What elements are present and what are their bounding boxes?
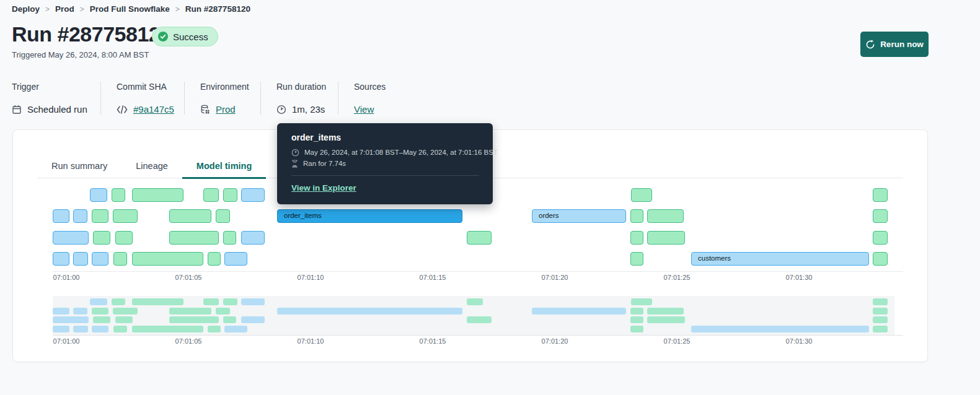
gantt-bar[interactable] [647,231,685,245]
meta-column-sources: SourcesView [338,82,400,115]
gantt-bar[interactable] [53,209,69,223]
meta-value-commit-sha[interactable]: #9a147c5 [133,104,174,115]
gantt-bar[interactable] [73,209,87,223]
tab-run-summary[interactable]: Run summary [37,155,121,178]
gantt-bar[interactable] [630,209,643,223]
tooltip-model-name: order_items [291,132,479,142]
meta-label: Trigger [12,82,100,92]
tooltip-duration: Ran for 7.74s [303,158,346,168]
rerun-now-button[interactable]: Rerun now [860,32,929,57]
gantt-bar[interactable] [873,252,888,266]
check-circle-icon [158,32,168,41]
gantt-bar[interactable] [873,188,888,202]
meta-column-commit-sha: Commit SHA#9a147c5 [101,82,185,115]
gantt-bar[interactable] [647,209,684,223]
gantt-bar[interactable] [208,252,221,266]
gantt-bar[interactable] [223,231,236,245]
meta-value-environment[interactable]: Prod [216,104,236,115]
gantt-bar[interactable] [873,231,888,245]
page-title: Run #287758120 [12,22,172,46]
clock-icon [291,149,299,157]
refresh-icon [865,40,875,50]
gantt-bar[interactable] [203,188,219,202]
status-badge-label: Success [173,32,208,42]
tooltip-time-range: May 26, 2024, at 7:01:08 BST–May 26, 202… [304,147,498,157]
gantt-bar[interactable] [53,252,69,266]
gantt-bar[interactable] [630,231,643,245]
gantt-bar[interactable] [467,231,492,245]
gantt-bar[interactable] [73,252,88,266]
tab-model-timing[interactable]: Model timing [182,155,266,179]
gantt-bar[interactable] [132,252,203,266]
meta-label: Run duration [276,82,338,92]
gantt-bar[interactable] [873,209,888,223]
breadcrumb-item[interactable]: Deploy [12,4,40,14]
breadcrumb-separator: > [80,5,84,14]
breadcrumb-item[interactable]: Prod [55,4,74,14]
gantt-bar[interactable] [631,188,652,202]
gantt-bar[interactable] [132,188,183,202]
meta-column-run-duration: Run duration1m, 23s [261,82,338,115]
gantt-bar[interactable] [169,231,219,245]
gantt-bar[interactable] [93,231,110,245]
gantt-bar[interactable] [224,252,247,266]
gantt-bar[interactable] [90,188,107,202]
meta-value-run-duration: 1m, 23s [292,104,325,115]
gantt-bar[interactable] [241,188,265,202]
meta-label: Sources [354,82,400,92]
calendar-icon [12,105,22,115]
meta-value-trigger: Scheduled run [27,104,87,115]
tooltip-divider [291,175,479,176]
gantt-bar[interactable] [92,209,108,223]
run-meta-row: TriggerScheduled runCommit SHA#9a147c5En… [12,82,400,115]
meta-value-sources[interactable]: View [354,104,374,115]
run-detail-page: Deploy>Prod>Prod Full Snowflake>Run #287… [0,0,980,395]
gantt-bar[interactable] [92,252,108,266]
status-badge: Success [152,27,218,46]
gantt-bar[interactable] [169,209,211,223]
tab-lineage[interactable]: Lineage [121,155,182,178]
gantt-bar[interactable] [113,209,138,223]
meta-column-environment: EnvironmentProd [185,82,261,115]
gantt-bar[interactable] [223,188,237,202]
gantt-bar[interactable] [241,231,265,245]
breadcrumb-item[interactable]: Prod Full Snowflake [90,4,170,14]
rerun-now-label: Rerun now [880,40,924,49]
model-timing-tooltip: order_items May 26, 2024, at 7:01:08 BST… [277,123,493,204]
gantt-bar[interactable] [216,209,230,223]
breadcrumb-item: Run #287758120 [185,4,250,14]
triggered-timestamp: Triggered May 26, 2024, 8:00 AM BST [12,50,149,59]
gantt-bar[interactable] [53,231,89,245]
code-icon [117,105,128,114]
gantt-bar[interactable] [630,252,643,266]
gantt-bar[interactable] [115,231,133,245]
hourglass-icon [291,160,298,168]
breadcrumb: Deploy>Prod>Prod Full Snowflake>Run #287… [12,4,250,14]
gantt-bar-order_items[interactable]: order_items [277,209,462,223]
breadcrumb-separator: > [175,5,180,14]
meta-column-trigger: TriggerScheduled run [12,82,101,115]
gantt-bar-orders[interactable]: orders [532,209,626,223]
meta-label: Environment [200,82,260,92]
gantt-bar[interactable] [112,188,125,202]
database-icon [200,105,210,115]
gantt-bar-customers[interactable]: customers [691,252,869,266]
clock-icon [276,105,286,115]
breadcrumb-separator: > [45,5,50,14]
meta-label: Commit SHA [117,82,184,92]
gantt-bar[interactable] [113,252,127,266]
view-in-explorer-link[interactable]: View in Explorer [291,183,356,193]
